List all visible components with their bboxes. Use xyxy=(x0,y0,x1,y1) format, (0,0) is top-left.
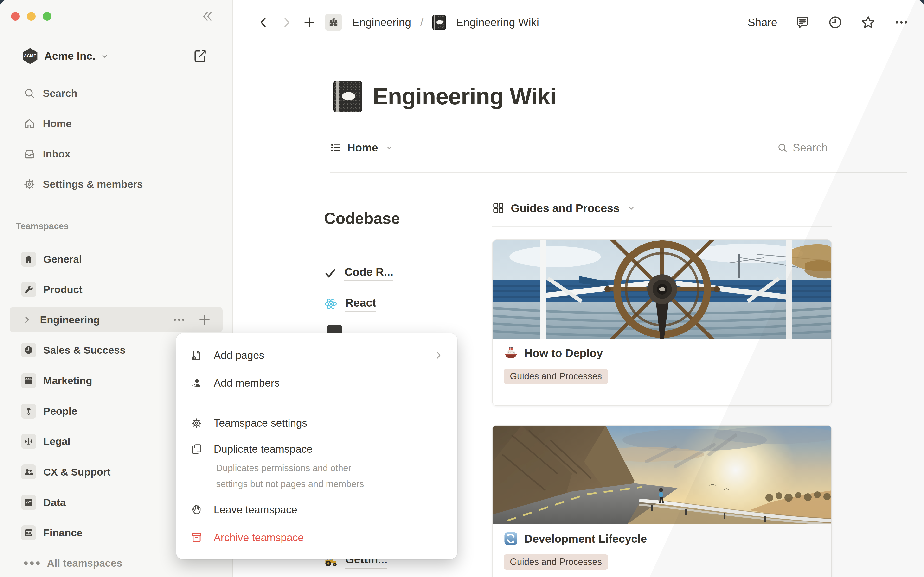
compose-icon xyxy=(193,49,207,63)
workspace-name: Acme Inc. xyxy=(44,50,95,62)
chevron-down-icon xyxy=(385,143,394,152)
building-icon xyxy=(328,17,339,27)
menu-item-archive-teamspace[interactable]: Archive teamspace xyxy=(176,525,457,550)
chevron-right-icon xyxy=(279,15,294,29)
house-icon xyxy=(24,255,34,264)
card-tag: Guides and Processes xyxy=(504,554,608,569)
favorite-button[interactable] xyxy=(861,15,876,30)
react-icon xyxy=(324,297,338,311)
teamspace-more-button[interactable] xyxy=(171,312,186,327)
breadcrumb-teamspace-icon xyxy=(325,14,342,31)
wrench-icon xyxy=(24,285,34,294)
chevron-left-icon xyxy=(256,15,271,29)
chevron-right-icon xyxy=(22,315,32,324)
close-window-button[interactable] xyxy=(11,12,20,21)
sidebar-item-inbox[interactable]: Inbox xyxy=(10,141,223,166)
zoom-window-button[interactable] xyxy=(43,12,52,21)
share-button[interactable]: Share xyxy=(748,16,777,29)
workspace-logo: ACME xyxy=(22,48,38,64)
scales-icon xyxy=(24,437,34,446)
chevron-down-icon xyxy=(100,51,110,61)
link-react[interactable]: React xyxy=(324,293,376,315)
sidebar-item-search[interactable]: Search xyxy=(10,81,223,106)
chart-icon xyxy=(24,498,34,507)
banknote-icon xyxy=(24,528,34,538)
gear-icon xyxy=(191,417,203,429)
tab-home[interactable]: Home xyxy=(330,141,394,154)
search-in-view-button[interactable]: Search xyxy=(777,141,828,154)
page-icon[interactable] xyxy=(333,81,362,112)
menu-item-add-members[interactable]: Add members xyxy=(176,371,457,395)
card-title: How to Deploy xyxy=(524,347,603,359)
divider xyxy=(492,226,832,227)
nav-back-button[interactable] xyxy=(256,15,271,29)
notion-window: ACME Acme Inc. Search Home Inbox Setting… xyxy=(0,0,924,577)
codebase-heading: Codebase xyxy=(324,209,448,227)
updates-button[interactable] xyxy=(828,15,843,30)
chevron-right-icon xyxy=(433,350,444,361)
ship-wheel-cover-image xyxy=(493,240,831,338)
menu-divider xyxy=(176,400,457,400)
chevron-down-icon xyxy=(627,203,636,213)
hand-wave-icon xyxy=(191,504,203,516)
sidebar-collapse-button[interactable] xyxy=(199,9,214,24)
menu-item-duplicate-teamspace[interactable]: Duplicate teamspace xyxy=(176,437,457,462)
card-title: Development Lifecycle xyxy=(524,532,647,545)
page-header: Engineering Wiki xyxy=(333,81,556,112)
flower-icon xyxy=(24,406,34,416)
people-icon xyxy=(24,467,34,477)
window-controls xyxy=(11,12,52,21)
card-how-to-deploy[interactable]: How to Deploy Guides and Processes xyxy=(492,239,832,406)
gear-icon xyxy=(23,178,36,190)
ellipsis-icon xyxy=(894,15,909,30)
double-chevron-left-icon xyxy=(199,9,214,24)
plus-icon xyxy=(197,312,212,327)
search-icon xyxy=(23,87,36,100)
menu-item-add-pages[interactable]: Add pages xyxy=(176,343,457,368)
inbox-icon xyxy=(23,148,36,160)
road-sunset-cover-image xyxy=(493,425,831,524)
comments-button[interactable] xyxy=(795,15,810,30)
breadcrumb-page-icon xyxy=(432,15,446,30)
nav-forward-button[interactable] xyxy=(279,15,294,29)
compose-button[interactable] xyxy=(193,49,207,63)
sidebar-item-settings[interactable]: Settings & members xyxy=(10,172,223,197)
teamspace-add-page-button[interactable] xyxy=(197,312,212,327)
ellipsis-icon xyxy=(24,561,40,565)
search-icon xyxy=(777,142,788,153)
link-code-review[interactable]: Code R... xyxy=(324,262,393,284)
list-view-icon xyxy=(330,142,341,153)
add-member-icon xyxy=(191,377,203,389)
ship-icon xyxy=(504,346,518,360)
teamspaces-section-label: Teamspaces xyxy=(16,221,69,231)
ellipsis-icon xyxy=(171,312,186,327)
gallery-view-icon xyxy=(492,202,505,214)
gallery-view-header[interactable]: Guides and Process xyxy=(492,200,832,216)
gallery-column: Guides and Process xyxy=(492,200,832,216)
clock-icon xyxy=(24,345,34,355)
new-page-button[interactable] xyxy=(302,15,317,29)
sidebar-teamspace-product[interactable]: Product xyxy=(10,277,223,302)
divider xyxy=(324,254,448,255)
clock-icon xyxy=(828,15,843,30)
comment-icon xyxy=(795,15,810,30)
card-development-lifecycle[interactable]: Development Lifecycle Guides and Process… xyxy=(492,425,832,577)
duplicate-icon xyxy=(191,443,203,455)
duplicate-description: Duplicates permissions and other setting… xyxy=(216,460,370,492)
sidebar-teamspace-general[interactable]: General xyxy=(10,247,223,272)
card-tag: Guides and Processes xyxy=(504,369,608,384)
codebase-column: Codebase Code R... React Gettin... xyxy=(324,209,448,227)
sidebar-teamspace-engineering[interactable]: Engineering xyxy=(10,307,223,332)
plus-icon xyxy=(302,15,317,29)
sidebar-item-home[interactable]: Home xyxy=(10,111,223,136)
workspace-switcher[interactable]: ACME Acme Inc. xyxy=(10,43,223,69)
home-icon xyxy=(23,117,36,130)
menu-item-teamspace-settings[interactable]: Teamspace settings xyxy=(176,411,457,436)
breadcrumb-page[interactable]: Engineering Wiki xyxy=(454,16,539,29)
minimize-window-button[interactable] xyxy=(27,12,36,21)
refresh-icon xyxy=(504,531,518,546)
more-button[interactable] xyxy=(894,15,909,30)
divider xyxy=(330,172,907,172)
breadcrumb-teamspace[interactable]: Engineering xyxy=(351,16,411,29)
menu-item-leave-teamspace[interactable]: Leave teamspace xyxy=(176,497,457,522)
